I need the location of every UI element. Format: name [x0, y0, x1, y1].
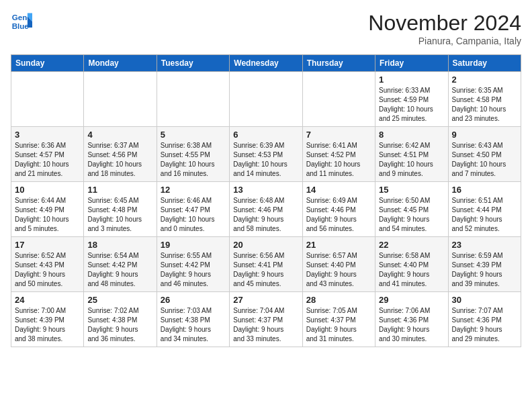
day-number: 9	[452, 130, 517, 140]
calendar-day-cell: 4Sunrise: 6:37 AM Sunset: 4:56 PM Daylig…	[84, 127, 157, 182]
day-info: Sunrise: 6:57 AM Sunset: 4:40 PM Dayligh…	[306, 251, 371, 289]
day-number: 17	[15, 240, 80, 250]
weekday-header: Monday	[84, 55, 157, 72]
day-number: 24	[15, 295, 80, 305]
svg-text:Blue: Blue	[12, 22, 30, 30]
day-info: Sunrise: 7:00 AM Sunset: 4:39 PM Dayligh…	[15, 306, 80, 344]
day-number: 19	[161, 240, 226, 250]
day-number: 2	[452, 75, 517, 85]
calendar-day-cell: 18Sunrise: 6:54 AM Sunset: 4:42 PM Dayli…	[84, 237, 157, 292]
calendar-day-cell: 28Sunrise: 7:05 AM Sunset: 4:37 PM Dayli…	[302, 292, 375, 347]
day-number: 6	[233, 130, 298, 140]
calendar-week-row: 17Sunrise: 6:52 AM Sunset: 4:43 PM Dayli…	[11, 237, 521, 292]
calendar-week-row: 10Sunrise: 6:44 AM Sunset: 4:49 PM Dayli…	[11, 182, 521, 237]
calendar-day-cell: 15Sunrise: 6:50 AM Sunset: 4:45 PM Dayli…	[375, 182, 448, 237]
day-info: Sunrise: 6:54 AM Sunset: 4:42 PM Dayligh…	[87, 251, 152, 289]
day-info: Sunrise: 6:49 AM Sunset: 4:46 PM Dayligh…	[306, 196, 371, 234]
day-number: 3	[15, 130, 80, 140]
day-number: 1	[379, 75, 444, 85]
calendar-day-cell	[84, 72, 157, 127]
day-number: 14	[306, 185, 371, 195]
day-number: 21	[306, 240, 371, 250]
day-number: 28	[306, 295, 371, 305]
calendar-day-cell: 9Sunrise: 6:43 AM Sunset: 4:50 PM Daylig…	[448, 127, 521, 182]
day-info: Sunrise: 6:44 AM Sunset: 4:49 PM Dayligh…	[15, 196, 80, 234]
calendar-day-cell: 11Sunrise: 6:45 AM Sunset: 4:48 PM Dayli…	[84, 182, 157, 237]
calendar-day-cell: 23Sunrise: 6:59 AM Sunset: 4:39 PM Dayli…	[448, 237, 521, 292]
day-info: Sunrise: 6:48 AM Sunset: 4:46 PM Dayligh…	[233, 196, 298, 234]
day-info: Sunrise: 6:35 AM Sunset: 4:58 PM Dayligh…	[452, 86, 517, 124]
day-info: Sunrise: 6:45 AM Sunset: 4:48 PM Dayligh…	[87, 196, 152, 234]
day-number: 15	[379, 185, 444, 195]
calendar-header-row: SundayMondayTuesdayWednesdayThursdayFrid…	[11, 55, 521, 72]
page-header: General Blue November 2024 Pianura, Camp…	[11, 11, 521, 46]
calendar-day-cell: 17Sunrise: 6:52 AM Sunset: 4:43 PM Dayli…	[11, 237, 84, 292]
calendar-day-cell: 3Sunrise: 6:36 AM Sunset: 4:57 PM Daylig…	[11, 127, 84, 182]
logo: General Blue	[11, 11, 32, 32]
calendar-day-cell: 30Sunrise: 7:07 AM Sunset: 4:36 PM Dayli…	[448, 292, 521, 347]
weekday-header: Thursday	[302, 55, 375, 72]
day-info: Sunrise: 6:38 AM Sunset: 4:55 PM Dayligh…	[161, 141, 226, 179]
day-info: Sunrise: 6:58 AM Sunset: 4:40 PM Dayligh…	[379, 251, 444, 289]
calendar-day-cell: 6Sunrise: 6:39 AM Sunset: 4:53 PM Daylig…	[230, 127, 302, 182]
day-info: Sunrise: 6:37 AM Sunset: 4:56 PM Dayligh…	[87, 141, 152, 179]
weekday-header: Sunday	[11, 55, 84, 72]
calendar-day-cell: 22Sunrise: 6:58 AM Sunset: 4:40 PM Dayli…	[375, 237, 448, 292]
title-block: November 2024 Pianura, Campania, Italy	[368, 11, 521, 46]
calendar-day-cell: 27Sunrise: 7:04 AM Sunset: 4:37 PM Dayli…	[230, 292, 302, 347]
weekday-header: Saturday	[448, 55, 521, 72]
calendar-day-cell: 10Sunrise: 6:44 AM Sunset: 4:49 PM Dayli…	[11, 182, 84, 237]
calendar-week-row: 3Sunrise: 6:36 AM Sunset: 4:57 PM Daylig…	[11, 127, 521, 182]
location: Pianura, Campania, Italy	[368, 36, 521, 46]
day-info: Sunrise: 6:43 AM Sunset: 4:50 PM Dayligh…	[452, 141, 517, 179]
calendar-day-cell	[302, 72, 375, 127]
calendar-table: SundayMondayTuesdayWednesdayThursdayFrid…	[11, 54, 521, 347]
calendar-day-cell: 25Sunrise: 7:02 AM Sunset: 4:38 PM Dayli…	[84, 292, 157, 347]
day-info: Sunrise: 6:46 AM Sunset: 4:47 PM Dayligh…	[161, 196, 226, 234]
day-info: Sunrise: 7:04 AM Sunset: 4:37 PM Dayligh…	[233, 306, 298, 344]
calendar-day-cell: 13Sunrise: 6:48 AM Sunset: 4:46 PM Dayli…	[230, 182, 302, 237]
calendar-day-cell	[11, 72, 84, 127]
calendar-day-cell: 20Sunrise: 6:56 AM Sunset: 4:41 PM Dayli…	[230, 237, 302, 292]
day-number: 18	[87, 240, 152, 250]
day-info: Sunrise: 6:42 AM Sunset: 4:51 PM Dayligh…	[379, 141, 444, 179]
day-number: 11	[87, 185, 152, 195]
day-number: 4	[87, 130, 152, 140]
calendar-day-cell: 16Sunrise: 6:51 AM Sunset: 4:44 PM Dayli…	[448, 182, 521, 237]
logo-icon: General Blue	[11, 11, 32, 32]
day-number: 16	[452, 185, 517, 195]
calendar-day-cell: 19Sunrise: 6:55 AM Sunset: 4:42 PM Dayli…	[157, 237, 229, 292]
day-number: 22	[379, 240, 444, 250]
day-number: 10	[15, 185, 80, 195]
weekday-header: Friday	[375, 55, 448, 72]
day-number: 30	[452, 295, 517, 305]
day-number: 25	[87, 295, 152, 305]
calendar-day-cell	[230, 72, 302, 127]
calendar-day-cell: 8Sunrise: 6:42 AM Sunset: 4:51 PM Daylig…	[375, 127, 448, 182]
calendar-day-cell: 14Sunrise: 6:49 AM Sunset: 4:46 PM Dayli…	[302, 182, 375, 237]
day-info: Sunrise: 6:55 AM Sunset: 4:42 PM Dayligh…	[161, 251, 226, 289]
day-info: Sunrise: 6:50 AM Sunset: 4:45 PM Dayligh…	[379, 196, 444, 234]
day-info: Sunrise: 6:51 AM Sunset: 4:44 PM Dayligh…	[452, 196, 517, 234]
day-info: Sunrise: 6:56 AM Sunset: 4:41 PM Dayligh…	[233, 251, 298, 289]
day-info: Sunrise: 6:39 AM Sunset: 4:53 PM Dayligh…	[233, 141, 298, 179]
day-number: 7	[306, 130, 371, 140]
day-number: 23	[452, 240, 517, 250]
day-number: 20	[233, 240, 298, 250]
weekday-header: Tuesday	[157, 55, 229, 72]
day-number: 8	[379, 130, 444, 140]
day-info: Sunrise: 7:06 AM Sunset: 4:36 PM Dayligh…	[379, 306, 444, 344]
day-number: 26	[161, 295, 226, 305]
calendar-day-cell: 29Sunrise: 7:06 AM Sunset: 4:36 PM Dayli…	[375, 292, 448, 347]
day-info: Sunrise: 6:52 AM Sunset: 4:43 PM Dayligh…	[15, 251, 80, 289]
day-info: Sunrise: 6:33 AM Sunset: 4:59 PM Dayligh…	[379, 86, 444, 124]
calendar-day-cell: 21Sunrise: 6:57 AM Sunset: 4:40 PM Dayli…	[302, 237, 375, 292]
weekday-header: Wednesday	[230, 55, 302, 72]
day-number: 27	[233, 295, 298, 305]
calendar-day-cell: 26Sunrise: 7:03 AM Sunset: 4:38 PM Dayli…	[157, 292, 229, 347]
calendar-day-cell: 24Sunrise: 7:00 AM Sunset: 4:39 PM Dayli…	[11, 292, 84, 347]
calendar-week-row: 24Sunrise: 7:00 AM Sunset: 4:39 PM Dayli…	[11, 292, 521, 347]
day-number: 5	[161, 130, 226, 140]
calendar-day-cell: 2Sunrise: 6:35 AM Sunset: 4:58 PM Daylig…	[448, 72, 521, 127]
day-number: 12	[161, 185, 226, 195]
